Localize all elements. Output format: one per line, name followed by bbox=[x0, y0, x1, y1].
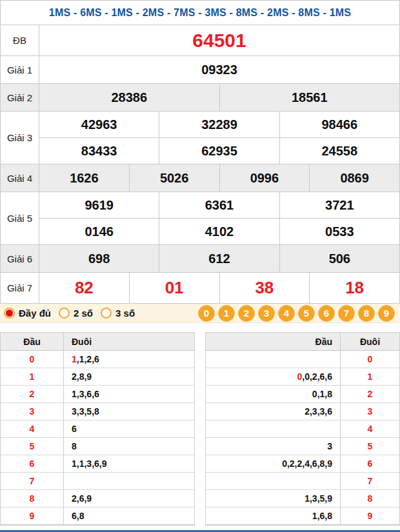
digit-cell: 8 bbox=[340, 490, 399, 507]
prize-sub-row: 09323 bbox=[39, 56, 399, 83]
prize-label: Giải 4 bbox=[1, 164, 39, 192]
head-tail-tables: ĐầuĐuôi01,1,2,612,8,921,3,6,633,3,5,8465… bbox=[0, 332, 400, 526]
digit-filter-buttons: 0123456789 bbox=[198, 305, 395, 322]
radio-option[interactable]: 3 số bbox=[101, 308, 135, 319]
prize-values: 961963613721014641020533 bbox=[39, 192, 399, 244]
prize-number: 1626 bbox=[39, 164, 129, 192]
values-cell: 3 bbox=[206, 438, 340, 455]
tail-column-header: Đuôi bbox=[64, 333, 194, 350]
head-tail-row: 7 bbox=[206, 473, 399, 490]
prize-label: Giải 1 bbox=[1, 56, 39, 83]
digit-button-3[interactable]: 3 bbox=[258, 305, 275, 322]
digit-cell: 4 bbox=[1, 420, 64, 437]
head-tail-row: 21,3,6,6 bbox=[1, 386, 194, 403]
head-tail-row: 61,1,3,6,9 bbox=[1, 455, 194, 473]
digit-cell: 2 bbox=[1, 386, 64, 402]
head-tail-row: 2,3,3,63 bbox=[206, 403, 399, 420]
digit-cell: 3 bbox=[340, 403, 399, 420]
head-column-header: Đầu bbox=[206, 333, 340, 350]
highlighted-special-digit: 0 bbox=[297, 371, 303, 382]
prize-number: 01 bbox=[129, 273, 219, 303]
prize-row: Giải 22838618561 bbox=[1, 84, 399, 112]
head-tail-table-right: ĐầuĐuôi00,0,2,6,610,1,822,3,3,634350,2,2… bbox=[205, 332, 400, 526]
digit-cell: 1 bbox=[340, 368, 399, 385]
radio-label: 3 số bbox=[115, 308, 135, 319]
radio-selected-icon[interactable] bbox=[4, 308, 15, 319]
prize-label: ĐB bbox=[1, 25, 39, 55]
prize-values: 698612506 bbox=[39, 245, 399, 272]
head-tail-row: 82,6,9 bbox=[1, 490, 194, 507]
digit-button-5[interactable]: 5 bbox=[298, 305, 315, 322]
digit-button-7[interactable]: 7 bbox=[338, 305, 355, 322]
prize-label: Giải 7 bbox=[1, 273, 39, 303]
digit-button-9[interactable]: 9 bbox=[378, 305, 395, 322]
head-tail-row: 0,1,82 bbox=[206, 386, 399, 403]
prize-sub-row: 429633228998466 bbox=[39, 112, 399, 137]
digit-button-0[interactable]: 0 bbox=[198, 305, 215, 322]
prize-number: 62935 bbox=[159, 138, 279, 164]
digit-button-4[interactable]: 4 bbox=[278, 305, 295, 322]
prize-number: 24558 bbox=[279, 138, 399, 164]
digit-cell: 9 bbox=[340, 507, 399, 524]
prize-number: 18 bbox=[309, 273, 399, 303]
filter-bar: Đầy đủ2 số3 số 0123456789 bbox=[0, 304, 400, 323]
prize-label: Giải 3 bbox=[1, 112, 39, 164]
radio-option[interactable]: Đầy đủ bbox=[4, 308, 51, 319]
prize-row: Giải 782013818 bbox=[1, 273, 399, 304]
head-tail-row: 33,3,5,8 bbox=[1, 403, 194, 420]
lottery-results-page: 1MS - 6MS - 1MS - 2MS - 7MS - 3MS - 8MS … bbox=[0, 0, 400, 532]
prize-sub-row: 834336293524558 bbox=[39, 137, 399, 164]
prize-number: 64501 bbox=[39, 25, 399, 55]
prize-sub-row: 1626502609960869 bbox=[39, 164, 399, 192]
prize-row: ĐB64501 bbox=[1, 25, 399, 56]
display-mode-radio-group: Đầy đủ2 số3 số bbox=[4, 308, 135, 319]
values-cell: 0,1,8 bbox=[206, 386, 340, 402]
prize-values: 2838618561 bbox=[39, 84, 399, 111]
prize-number: 09323 bbox=[39, 56, 399, 83]
radio-unselected-icon[interactable] bbox=[101, 308, 112, 319]
prize-label: Giải 6 bbox=[1, 245, 39, 272]
digit-button-1[interactable]: 1 bbox=[218, 305, 235, 322]
prize-sub-row: 2838618561 bbox=[39, 84, 399, 111]
radio-option[interactable]: 2 số bbox=[59, 308, 93, 319]
head-tail-row: 0,2,2,4,6,8,96 bbox=[206, 455, 399, 473]
radio-label: Đầy đủ bbox=[19, 308, 51, 319]
values-cell: 1,6,8 bbox=[206, 507, 340, 524]
digit-button-8[interactable]: 8 bbox=[358, 305, 375, 322]
head-tail-row: 46 bbox=[1, 420, 194, 438]
prize-values: 429633228998466834336293524558 bbox=[39, 112, 399, 164]
values-cell bbox=[206, 473, 340, 489]
prize-values: 09323 bbox=[39, 56, 399, 83]
head-tail-row: 12,8,9 bbox=[1, 368, 194, 386]
head-tail-row: 96,8 bbox=[1, 507, 194, 525]
head-tail-row: 4 bbox=[206, 420, 399, 438]
prize-row: Giải 41626502609960869 bbox=[1, 164, 399, 192]
prize-row: Giải 6698612506 bbox=[1, 245, 399, 273]
digit-cell: 0 bbox=[340, 351, 399, 368]
digit-cell: 5 bbox=[340, 438, 399, 455]
values-cell: 2,6,9 bbox=[64, 490, 194, 507]
prize-values: 82013818 bbox=[39, 273, 399, 303]
prize-number: 83433 bbox=[39, 138, 159, 164]
prize-number: 0996 bbox=[219, 164, 310, 192]
prize-sub-row: 64501 bbox=[39, 25, 399, 55]
prize-sub-row: 014641020533 bbox=[39, 218, 399, 244]
radio-label: 2 số bbox=[74, 308, 93, 319]
prize-sub-row: 961963613721 bbox=[39, 192, 399, 218]
prize-number: 612 bbox=[159, 245, 279, 272]
radio-unselected-icon[interactable] bbox=[59, 308, 70, 319]
head-tail-row: 1,6,89 bbox=[206, 507, 399, 525]
digit-cell: 6 bbox=[1, 455, 64, 472]
values-cell: 1,3,5,9 bbox=[206, 490, 340, 507]
prize-number: 0533 bbox=[279, 219, 399, 244]
station-sequence-text: 1MS - 6MS - 1MS - 2MS - 7MS - 3MS - 8MS … bbox=[49, 7, 351, 19]
digit-button-2[interactable]: 2 bbox=[238, 305, 255, 322]
digit-cell: 0 bbox=[1, 351, 64, 368]
digit-cell: 7 bbox=[1, 473, 64, 489]
digit-button-6[interactable]: 6 bbox=[318, 305, 335, 322]
digit-cell: 4 bbox=[340, 420, 399, 437]
digit-cell: 5 bbox=[1, 438, 64, 455]
prize-number: 42963 bbox=[39, 112, 159, 137]
values-cell: 1,1,3,6,9 bbox=[64, 455, 194, 472]
values-cell: 1,1,2,6 bbox=[64, 351, 194, 368]
